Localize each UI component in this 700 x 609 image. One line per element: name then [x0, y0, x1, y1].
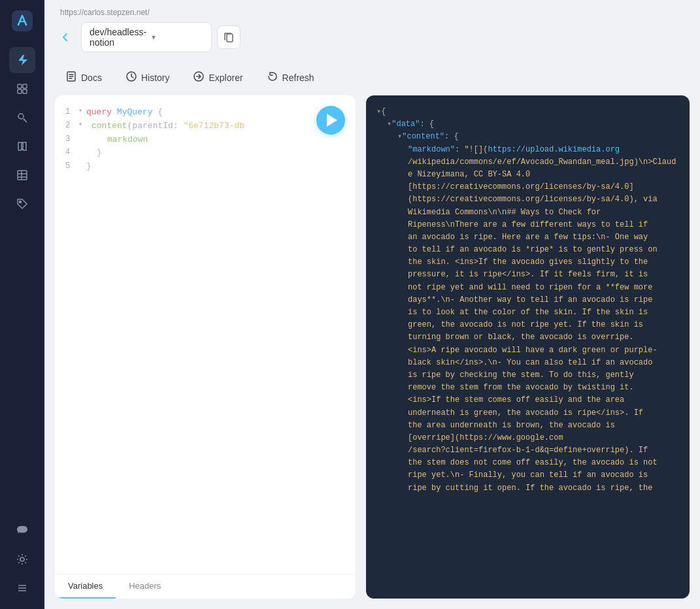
code-line-3: 3 markdown [65, 133, 345, 147]
code-line-4: 4 } [65, 146, 345, 160]
sidebar-item-settings[interactable] [9, 546, 35, 572]
url-display: https://carlos.stepzen.net/ [55, 8, 690, 17]
run-button[interactable] [316, 106, 345, 135]
tab-variables[interactable]: Variables [55, 574, 116, 599]
tab-headers[interactable]: Headers [116, 574, 174, 599]
code-line-1: 1 ▾ query MyQuery { [65, 106, 345, 120]
history-icon [125, 71, 137, 85]
svg-rect-1 [18, 84, 22, 88]
svg-rect-3 [18, 90, 22, 93]
svg-rect-4 [23, 90, 27, 93]
docs-button[interactable]: Docs [55, 65, 112, 90]
collapse-content[interactable]: ▾ [397, 131, 402, 143]
sidebar-item-discord[interactable] [9, 518, 35, 544]
endpoint-selector[interactable]: dev/headless-notion ▾ [81, 22, 212, 52]
content-area: 1 ▾ query MyQuery { 2 ▾ content(parentId… [44, 95, 700, 609]
svg-rect-15 [227, 34, 233, 42]
result-line-2: ▾ "data": { [376, 118, 679, 131]
code-line-5: 5 } [65, 160, 345, 174]
editor-footer: Variables Headers [55, 574, 356, 599]
header-row: dev/headless-notion ▾ [55, 22, 690, 52]
result-panel[interactable]: ▾ { ▾ "data": { ▾ "content": { "markdown… [366, 95, 690, 599]
clipboard-button[interactable] [217, 25, 241, 49]
editor-panel: 1 ▾ query MyQuery { 2 ▾ content(parentId… [55, 95, 356, 599]
docs-label: Docs [81, 73, 102, 83]
svg-rect-2 [23, 84, 27, 88]
explorer-label: Explorer [208, 73, 242, 83]
editor-content[interactable]: 1 ▾ query MyQuery { 2 ▾ content(parentId… [55, 95, 356, 574]
explorer-icon [193, 71, 205, 85]
refresh-icon [267, 71, 278, 85]
history-button[interactable]: History [115, 65, 180, 90]
explorer-button[interactable]: Explorer [182, 65, 253, 90]
sidebar-item-book[interactable] [9, 133, 35, 159]
header: https://carlos.stepzen.net/ dev/headless… [44, 0, 700, 60]
refresh-label: Refresh [282, 73, 314, 83]
app-logo [9, 8, 35, 34]
sidebar-item-lightning[interactable] [9, 47, 35, 73]
refresh-button[interactable]: Refresh [256, 65, 325, 90]
svg-point-11 [20, 557, 24, 561]
sidebar-item-tag[interactable] [9, 191, 35, 217]
result-markdown-value: /wikipedia/commons/e/ef/Avocado_Rwandan_… [376, 156, 679, 495]
collapse-data[interactable]: ▾ [387, 118, 392, 131]
code-line-2: 2 ▾ content(parentId: "6e712b73-db [65, 120, 345, 133]
svg-point-10 [20, 201, 22, 203]
sidebar-bottom [9, 518, 35, 601]
sidebar [0, 0, 44, 609]
sidebar-item-layout[interactable] [9, 76, 35, 102]
result-line-1: ▾ { [376, 106, 679, 118]
collapse-root[interactable]: ▾ [376, 106, 381, 118]
back-button[interactable] [55, 27, 76, 48]
history-label: History [141, 73, 170, 83]
toolbar: Docs History Explorer Refresh [44, 60, 700, 95]
sidebar-item-list[interactable] [9, 575, 35, 601]
result-line-3: ▾ "content": { [376, 131, 679, 143]
endpoint-label: dev/headless-notion [90, 27, 146, 48]
svg-rect-6 [18, 171, 27, 180]
chevron-down-icon: ▾ [152, 33, 203, 42]
sidebar-item-table[interactable] [9, 162, 35, 188]
result-markdown: "markdown": "![](https://upload.wikimedi… [376, 144, 679, 156]
docs-icon [65, 71, 77, 85]
svg-point-5 [18, 114, 24, 119]
main-content: https://carlos.stepzen.net/ dev/headless… [44, 0, 700, 609]
sidebar-item-key[interactable] [9, 105, 35, 131]
